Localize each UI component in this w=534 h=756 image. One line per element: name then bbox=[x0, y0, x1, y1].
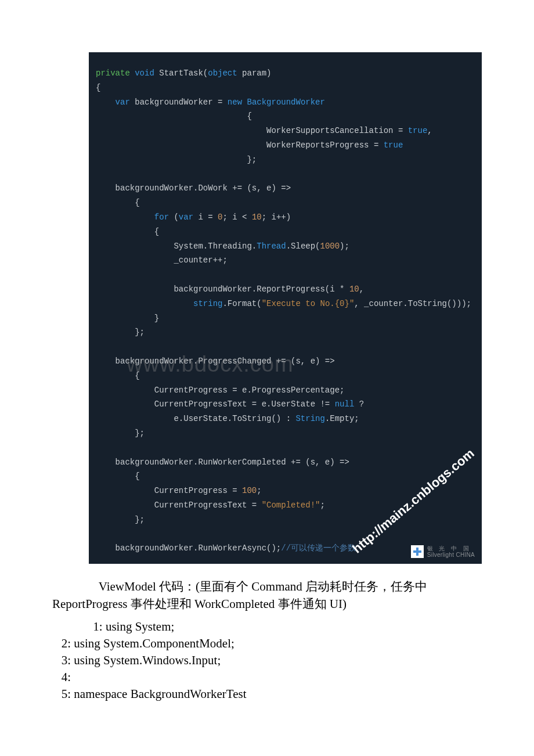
code-line: System.Threading.Thread.Sleep(1000); bbox=[89, 239, 482, 254]
listing-line: 2: using System.ComponentModel; bbox=[52, 635, 482, 652]
code-line: { bbox=[89, 225, 482, 239]
code-line: e.UserState.ToString() : String.Empty; bbox=[89, 412, 482, 426]
code-line: private void StartTask(object param) bbox=[89, 66, 482, 81]
code-line: }; bbox=[89, 513, 482, 527]
code-line: }; bbox=[89, 325, 482, 340]
code-line: }; bbox=[89, 426, 482, 441]
code-line: CurrentProgress = e.ProgressPercentage; bbox=[89, 383, 482, 398]
prose-section: ViewModel 代码：(里面有个 Command 启动耗时任务，任务中 Re… bbox=[52, 578, 482, 613]
code-listing: 1: using System; 2: using System.Compone… bbox=[52, 618, 482, 732]
logo-en: Silverlight CHINA bbox=[427, 552, 475, 558]
code-line: for (var i = 0; i < 10; i++) bbox=[89, 210, 482, 225]
logo-text: 银 光 中 国 Silverlight CHINA bbox=[427, 545, 475, 558]
code-line bbox=[89, 441, 482, 455]
code-line: { bbox=[89, 369, 482, 383]
code-line: backgroundWorker.RunWorkerCompleted += (… bbox=[89, 455, 482, 470]
code-line: backgroundWorker.DoWork += (s, e) => bbox=[89, 181, 482, 196]
code-line: backgroundWorker.ProgressChanged += (s, … bbox=[89, 354, 482, 369]
code-content: private void StartTask(object param){ va… bbox=[89, 66, 482, 556]
code-line: WorkerSupportsCancellation = true, bbox=[89, 124, 482, 138]
code-line: CurrentProgressText = e.UserState != nul… bbox=[89, 397, 482, 412]
code-line bbox=[89, 167, 482, 182]
code-line: { bbox=[89, 81, 482, 95]
code-line: string.Format("Execute to No.{0}", _coun… bbox=[89, 297, 482, 311]
plus-icon bbox=[411, 545, 424, 558]
code-screenshot: private void StartTask(object param){ va… bbox=[89, 52, 482, 564]
code-line bbox=[89, 527, 482, 542]
code-line: CurrentProgressText = "Completed!"; bbox=[89, 498, 482, 513]
document-page: private void StartTask(object param){ va… bbox=[0, 52, 534, 732]
listing-line: 4: bbox=[52, 669, 482, 686]
code-line bbox=[89, 268, 482, 282]
code-line: WorkerReportsProgress = true bbox=[89, 138, 482, 153]
code-line: _counter++; bbox=[89, 253, 482, 268]
code-line: { bbox=[89, 469, 482, 484]
logo-cn: 银 光 中 国 bbox=[427, 545, 475, 552]
code-line: }; bbox=[89, 153, 482, 167]
code-line: { bbox=[89, 196, 482, 210]
code-line: var backgroundWorker = new BackgroundWor… bbox=[89, 95, 482, 110]
code-line bbox=[89, 340, 482, 354]
logo-badge: 银 光 中 国 Silverlight CHINA bbox=[411, 545, 475, 558]
code-line: } bbox=[89, 311, 482, 326]
listing-line: 5: namespace BackgroundWorkerTest bbox=[52, 686, 482, 703]
code-line: { bbox=[89, 109, 482, 124]
code-line: CurrentProgress = 100; bbox=[89, 484, 482, 498]
prose-paragraph-1: ViewModel 代码：(里面有个 Command 启动耗时任务，任务中 Re… bbox=[52, 578, 482, 613]
code-line: backgroundWorker.ReportProgress(i * 10, bbox=[89, 282, 482, 297]
listing-line: 3: using System.Windows.Input; bbox=[52, 652, 482, 669]
listing-line: 1: using System; bbox=[52, 618, 482, 635]
